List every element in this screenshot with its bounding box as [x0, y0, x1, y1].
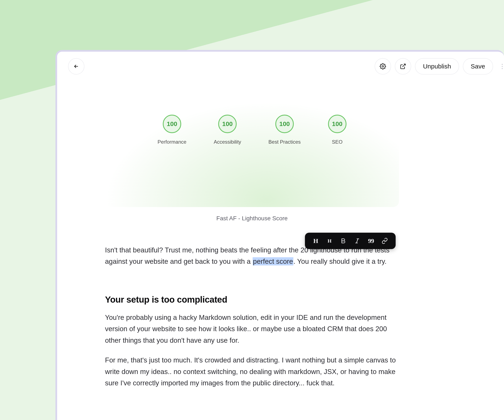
- score-label: SEO: [332, 139, 342, 145]
- score-best-practices: 100 Best Practices: [268, 115, 300, 145]
- heading-2-icon: H: [328, 238, 332, 244]
- app-window-inner: 100 Performance 100 Accessibility 100 Be…: [57, 52, 504, 420]
- score-label: Best Practices: [268, 139, 300, 145]
- open-external-button[interactable]: [395, 58, 411, 75]
- score-label: Accessibility: [214, 139, 241, 145]
- arrow-left-icon: [73, 63, 79, 69]
- format-link[interactable]: [379, 235, 390, 246]
- score-ring: 100: [163, 115, 181, 133]
- editor-body[interactable]: Isn't that beautiful? Trust me, nothing …: [105, 244, 399, 397]
- italic-icon: [354, 238, 360, 244]
- heading-1-icon: H: [313, 237, 318, 244]
- format-heading-2[interactable]: H: [324, 235, 335, 246]
- score-performance: 100 Performance: [157, 115, 186, 145]
- window-resize-handle[interactable]: [502, 64, 503, 69]
- score-ring: 100: [328, 115, 347, 133]
- score-accessibility: 100 Accessibility: [214, 115, 241, 145]
- format-quote[interactable]: 99: [366, 235, 377, 246]
- paragraph[interactable]: For me, that's just too much. It's crowd…: [105, 354, 399, 389]
- lighthouse-score-row: 100 Performance 100 Accessibility 100 Be…: [105, 115, 399, 145]
- hero-caption: Fast AF - Lighthouse Score: [105, 215, 399, 222]
- bold-icon: [340, 238, 347, 244]
- back-button[interactable]: [68, 58, 84, 75]
- svg-line-3: [356, 239, 358, 243]
- format-heading-1[interactable]: H: [310, 235, 321, 246]
- svg-point-0: [382, 66, 384, 67]
- quote-icon: 99: [368, 237, 374, 244]
- score-seo: 100 SEO: [328, 115, 347, 145]
- save-button[interactable]: Save: [463, 58, 493, 75]
- score-label: Performance: [157, 139, 186, 145]
- app-window: 100 Performance 100 Accessibility 100 Be…: [55, 50, 504, 420]
- score-ring: 100: [218, 115, 237, 133]
- paragraph[interactable]: You're probably using a hacky Markdown s…: [105, 312, 399, 346]
- format-bold[interactable]: [338, 235, 349, 246]
- editor-topbar: Unpublish Save: [57, 52, 504, 81]
- text-run: . You really should give it a try.: [293, 258, 386, 265]
- section-heading[interactable]: Your setup is too complicated: [105, 295, 399, 305]
- text-format-toolbar: H H 99: [305, 233, 396, 249]
- format-italic[interactable]: [352, 235, 363, 246]
- settings-button[interactable]: [375, 58, 391, 75]
- topbar-actions: Unpublish Save: [375, 58, 493, 75]
- link-icon: [382, 238, 388, 244]
- external-link-icon: [400, 63, 406, 70]
- selected-text[interactable]: perfect score: [253, 257, 294, 265]
- score-ring: 100: [275, 115, 294, 133]
- unpublish-button[interactable]: Unpublish: [415, 58, 459, 75]
- gear-icon: [380, 63, 386, 70]
